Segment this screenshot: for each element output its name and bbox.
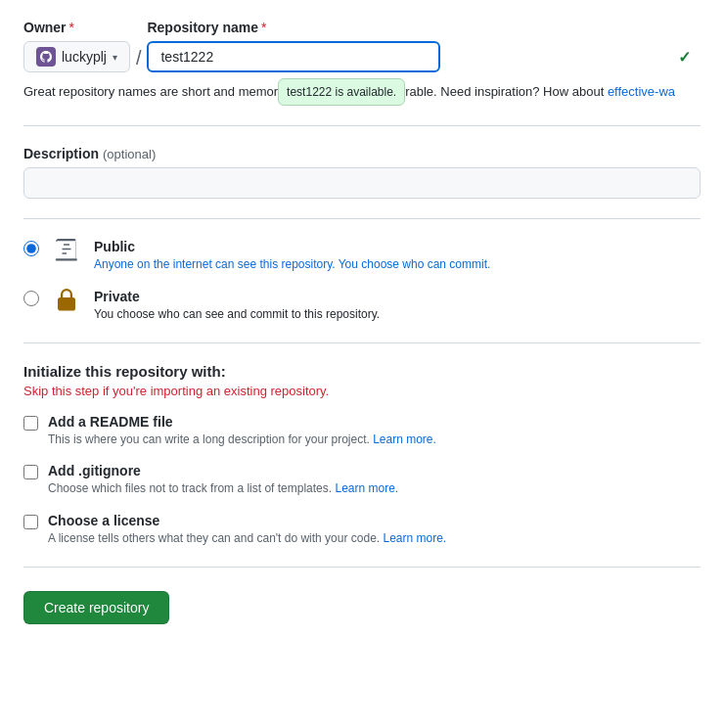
initialize-title: Initialize this repository with: [23,363,701,380]
owner-label-row: Owner * [23,20,130,35]
divider-1 [23,125,701,126]
readme-item: Add a README file This is where you can … [23,414,701,448]
license-text: Choose a license A license tells others … [48,513,701,547]
readme-learn-more-link[interactable]: Learn more. [373,432,436,446]
license-item: Choose a license A license tells others … [23,513,701,547]
gitignore-checkbox[interactable] [23,465,38,479]
public-text: Public Anyone on the internet can see th… [94,239,701,273]
private-desc: You choose who can see and commit to thi… [94,306,701,323]
gitignore-text: Add .gitignore Choose which files not to… [48,463,701,497]
visibility-section: Public Anyone on the internet can see th… [23,239,701,323]
license-learn-more-link[interactable]: Learn more. [384,531,447,545]
license-title: Choose a license [48,513,701,528]
hint-row: Great repository names are short and mem… [23,78,701,106]
owner-chevron-icon: ▾ [113,52,117,63]
gitignore-learn-more-link[interactable]: Learn more. [335,481,398,495]
repo-label: Repository name [147,20,258,35]
owner-section: Owner * luckyplj ▾ [23,20,130,72]
divider-3 [23,342,701,343]
owner-name: luckyplj [62,49,107,65]
public-radio[interactable] [23,241,39,256]
separator: / [130,47,148,69]
description-optional-label: (optional) [103,147,156,161]
readme-title: Add a README file [48,414,701,430]
repo-required-star: * [261,20,266,35]
owner-dropdown-button[interactable]: luckyplj ▾ [23,41,130,72]
readme-checkbox[interactable] [23,416,38,431]
availability-check-icon: ✓ [678,48,691,67]
readme-desc: This is where you can write a long descr… [48,432,701,448]
hint-suffix: rable. Need inspiration? How about effec… [405,82,675,102]
repo-input-wrapper: ✓ [147,41,701,72]
owner-required-star: * [69,20,74,35]
public-option[interactable]: Public Anyone on the internet can see th… [23,239,701,273]
description-input[interactable] [23,167,701,199]
license-checkbox[interactable] [23,515,38,529]
description-label: Description [23,146,99,161]
public-desc: Anyone on the internet can see this repo… [94,256,701,273]
license-desc: A license tells others what they can and… [48,530,701,547]
public-icon [51,235,82,266]
initialize-section: Initialize this repository with: Skip th… [23,363,701,547]
repo-section: Repository name * ✓ [147,20,701,72]
public-title: Public [94,239,701,254]
private-icon [51,285,82,316]
availability-tooltip: test1222 is available. [278,78,405,106]
owner-label: Owner [23,20,67,35]
description-group: Description (optional) [23,146,701,199]
hint-prefix: Great repository names are short and mem… [23,82,278,102]
gitignore-item: Add .gitignore Choose which files not to… [23,463,701,497]
description-label-row: Description (optional) [23,146,701,161]
repo-name-input[interactable] [147,41,440,72]
readme-text: Add a README file This is where you can … [48,414,701,448]
owner-repo-section: Owner * luckyplj ▾ / Repository name * ✓ [23,20,701,72]
divider-2 [23,218,701,219]
hint-suggestion-link[interactable]: effective-wa [608,84,675,99]
private-option[interactable]: Private You choose who can see and commi… [23,289,701,323]
owner-avatar-icon [40,51,52,63]
repo-label-row: Repository name * [147,20,701,35]
gitignore-desc: Choose which files not to track from a l… [48,480,701,497]
create-repository-button[interactable]: Create repository [23,591,169,624]
gitignore-title: Add .gitignore [48,463,701,478]
initialize-subtitle: Skip this step if you're importing an ex… [23,384,701,398]
private-radio[interactable] [23,291,39,306]
private-title: Private [94,289,701,304]
private-text: Private You choose who can see and commi… [94,289,701,323]
owner-avatar [36,47,56,67]
divider-4 [23,567,701,568]
